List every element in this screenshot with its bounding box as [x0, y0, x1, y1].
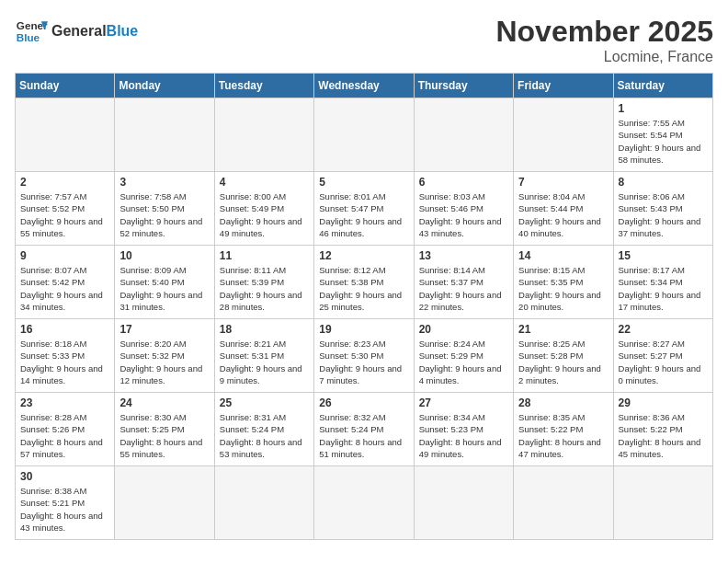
- weekday-header-monday: Monday: [115, 74, 214, 98]
- day-info: Sunrise: 8:36 AM Sunset: 5:22 PM Dayligh…: [619, 411, 708, 460]
- calendar-day-cell: 22Sunrise: 8:27 AM Sunset: 5:27 PM Dayli…: [613, 319, 712, 393]
- weekday-header-sunday: Sunday: [16, 74, 115, 98]
- day-info: Sunrise: 8:20 AM Sunset: 5:32 PM Dayligh…: [119, 338, 209, 386]
- calendar-day-cell: 16Sunrise: 8:18 AM Sunset: 5:33 PM Dayli…: [16, 319, 115, 393]
- calendar-day-cell: 19Sunrise: 8:23 AM Sunset: 5:30 PM Dayli…: [314, 319, 414, 393]
- calendar-day-cell: 29Sunrise: 8:36 AM Sunset: 5:22 PM Dayli…: [613, 393, 712, 466]
- day-info: Sunrise: 8:14 AM Sunset: 5:37 PM Dayligh…: [419, 264, 508, 313]
- calendar-day-cell: 1Sunrise: 7:55 AM Sunset: 5:54 PM Daylig…: [613, 98, 712, 172]
- day-number: 4: [220, 176, 309, 189]
- day-info: Sunrise: 8:07 AM Sunset: 5:42 PM Dayligh…: [20, 264, 109, 313]
- day-number: 22: [619, 323, 708, 336]
- day-number: 3: [119, 176, 209, 189]
- day-info: Sunrise: 8:34 AM Sunset: 5:23 PM Dayligh…: [419, 411, 508, 460]
- calendar-day-cell: 15Sunrise: 8:17 AM Sunset: 5:34 PM Dayli…: [613, 246, 712, 319]
- day-number: 10: [119, 249, 209, 262]
- day-info: Sunrise: 8:21 AM Sunset: 5:31 PM Dayligh…: [220, 338, 309, 386]
- calendar-day-cell: 3Sunrise: 7:58 AM Sunset: 5:50 PM Daylig…: [115, 172, 214, 246]
- day-number: 1: [619, 102, 708, 115]
- day-info: Sunrise: 8:32 AM Sunset: 5:24 PM Dayligh…: [319, 411, 408, 460]
- calendar-day-cell: 17Sunrise: 8:20 AM Sunset: 5:32 PM Dayli…: [115, 319, 214, 393]
- day-info: Sunrise: 8:01 AM Sunset: 5:47 PM Dayligh…: [319, 190, 408, 239]
- day-number: 2: [20, 176, 109, 189]
- day-number: 13: [419, 249, 508, 262]
- day-info: Sunrise: 7:57 AM Sunset: 5:52 PM Dayligh…: [20, 190, 109, 239]
- day-number: 23: [20, 396, 109, 409]
- calendar-day-cell: [514, 466, 613, 540]
- day-number: 28: [518, 396, 608, 409]
- day-info: Sunrise: 8:04 AM Sunset: 5:44 PM Dayligh…: [518, 190, 608, 239]
- day-info: Sunrise: 8:00 AM Sunset: 5:49 PM Dayligh…: [220, 190, 309, 239]
- day-number: 29: [619, 396, 708, 409]
- weekday-header-row: SundayMondayTuesdayWednesdayThursdayFrid…: [16, 74, 713, 98]
- day-number: 18: [220, 323, 309, 336]
- calendar-day-cell: [214, 98, 313, 172]
- calendar-day-cell: [214, 466, 313, 540]
- day-number: 5: [319, 176, 408, 189]
- calendar-day-cell: 11Sunrise: 8:11 AM Sunset: 5:39 PM Dayli…: [214, 246, 313, 319]
- calendar-day-cell: 12Sunrise: 8:12 AM Sunset: 5:38 PM Dayli…: [314, 246, 414, 319]
- calendar-day-cell: 7Sunrise: 8:04 AM Sunset: 5:44 PM Daylig…: [514, 172, 613, 246]
- calendar-day-cell: 24Sunrise: 8:30 AM Sunset: 5:25 PM Dayli…: [115, 393, 214, 466]
- calendar-day-cell: 13Sunrise: 8:14 AM Sunset: 5:37 PM Dayli…: [414, 246, 513, 319]
- calendar-day-cell: [314, 98, 414, 172]
- calendar-week-row: 2Sunrise: 7:57 AM Sunset: 5:52 PM Daylig…: [16, 172, 713, 246]
- logo-text: GeneralBlue: [51, 23, 138, 40]
- calendar-day-cell: 27Sunrise: 8:34 AM Sunset: 5:23 PM Dayli…: [414, 393, 513, 466]
- day-number: 11: [220, 249, 309, 262]
- day-number: 8: [619, 176, 708, 189]
- day-info: Sunrise: 8:27 AM Sunset: 5:27 PM Dayligh…: [619, 338, 708, 386]
- day-info: Sunrise: 8:11 AM Sunset: 5:39 PM Dayligh…: [220, 264, 309, 313]
- calendar-day-cell: 18Sunrise: 8:21 AM Sunset: 5:31 PM Dayli…: [214, 319, 313, 393]
- calendar-day-cell: [414, 466, 513, 540]
- calendar-day-cell: 2Sunrise: 7:57 AM Sunset: 5:52 PM Daylig…: [16, 172, 115, 246]
- calendar-day-cell: 21Sunrise: 8:25 AM Sunset: 5:28 PM Dayli…: [514, 319, 613, 393]
- calendar-day-cell: 23Sunrise: 8:28 AM Sunset: 5:26 PM Dayli…: [16, 393, 115, 466]
- day-number: 6: [419, 176, 508, 189]
- day-info: Sunrise: 8:12 AM Sunset: 5:38 PM Dayligh…: [319, 264, 408, 313]
- calendar-day-cell: 20Sunrise: 8:24 AM Sunset: 5:29 PM Dayli…: [414, 319, 513, 393]
- day-info: Sunrise: 8:23 AM Sunset: 5:30 PM Dayligh…: [319, 338, 408, 386]
- calendar-day-cell: 25Sunrise: 8:31 AM Sunset: 5:24 PM Dayli…: [214, 393, 313, 466]
- day-info: Sunrise: 7:58 AM Sunset: 5:50 PM Dayligh…: [119, 190, 209, 239]
- day-number: 15: [619, 249, 708, 262]
- calendar-day-cell: [115, 466, 214, 540]
- day-number: 9: [20, 249, 109, 262]
- day-info: Sunrise: 8:30 AM Sunset: 5:25 PM Dayligh…: [119, 411, 209, 460]
- day-info: Sunrise: 8:38 AM Sunset: 5:21 PM Dayligh…: [20, 485, 109, 534]
- calendar-week-row: 9Sunrise: 8:07 AM Sunset: 5:42 PM Daylig…: [16, 246, 713, 319]
- day-number: 17: [119, 323, 209, 336]
- day-info: Sunrise: 8:28 AM Sunset: 5:26 PM Dayligh…: [20, 411, 109, 460]
- calendar-day-cell: 9Sunrise: 8:07 AM Sunset: 5:42 PM Daylig…: [16, 246, 115, 319]
- weekday-header-saturday: Saturday: [613, 74, 712, 98]
- location-title: Locmine, France: [495, 49, 713, 65]
- day-info: Sunrise: 8:25 AM Sunset: 5:28 PM Dayligh…: [518, 338, 608, 386]
- day-number: 25: [220, 396, 309, 409]
- svg-text:Blue: Blue: [17, 31, 40, 43]
- day-number: 26: [319, 396, 408, 409]
- month-title: November 2025: [495, 15, 713, 49]
- calendar-day-cell: [314, 466, 414, 540]
- weekday-header-friday: Friday: [514, 74, 613, 98]
- calendar-week-row: 30Sunrise: 8:38 AM Sunset: 5:21 PM Dayli…: [16, 466, 713, 540]
- page-header: General Blue GeneralBlue November 2025 L…: [15, 15, 713, 65]
- day-info: Sunrise: 8:18 AM Sunset: 5:33 PM Dayligh…: [20, 338, 109, 386]
- weekday-header-thursday: Thursday: [414, 74, 513, 98]
- day-info: Sunrise: 8:03 AM Sunset: 5:46 PM Dayligh…: [419, 190, 508, 239]
- weekday-header-wednesday: Wednesday: [314, 74, 414, 98]
- day-number: 21: [518, 323, 608, 336]
- calendar-day-cell: 30Sunrise: 8:38 AM Sunset: 5:21 PM Dayli…: [16, 466, 115, 540]
- day-number: 14: [518, 249, 608, 262]
- day-info: Sunrise: 7:55 AM Sunset: 5:54 PM Dayligh…: [619, 117, 708, 166]
- day-info: Sunrise: 8:17 AM Sunset: 5:34 PM Dayligh…: [619, 264, 708, 313]
- day-number: 27: [419, 396, 508, 409]
- day-number: 30: [20, 470, 109, 483]
- calendar-week-row: 1Sunrise: 7:55 AM Sunset: 5:54 PM Daylig…: [16, 98, 713, 172]
- day-number: 24: [119, 396, 209, 409]
- calendar-day-cell: [514, 98, 613, 172]
- day-number: 20: [419, 323, 508, 336]
- day-info: Sunrise: 8:09 AM Sunset: 5:40 PM Dayligh…: [119, 264, 209, 313]
- calendar-day-cell: 14Sunrise: 8:15 AM Sunset: 5:35 PM Dayli…: [514, 246, 613, 319]
- calendar-day-cell: [115, 98, 214, 172]
- calendar-day-cell: 5Sunrise: 8:01 AM Sunset: 5:47 PM Daylig…: [314, 172, 414, 246]
